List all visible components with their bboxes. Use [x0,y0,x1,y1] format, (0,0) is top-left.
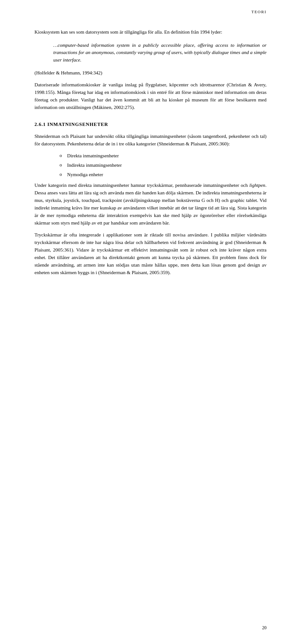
page-number: 20 [262,625,267,631]
bullet-list: Direkta inmatningsenheter Indirekta inma… [60,152,267,178]
paragraph-2: Datoriserade informationskiosker är vanl… [34,81,267,111]
list-item: Nymodiga enheter [60,171,267,178]
paragraph-4-italic: lightpen [249,182,265,188]
citation-1: (Holfelder & Hehmann, 1994:342) [34,69,267,77]
list-item: Indirekta inmatningsenheter [60,161,267,169]
paragraph-4-text-after: . Dessa anses vara lätta att lära sig oc… [34,182,267,225]
paragraph-4: Under kategorin med direkta inmatningsen… [34,181,267,227]
paragraph-4-text-before: Under kategorin med direkta inmatningsen… [34,182,249,188]
page: TEORI Kiosksystem kan ses som datorsyste… [0,0,301,644]
main-content: Kiosksystem kan ses som datorsystem som … [34,28,267,276]
paragraph-1: Kiosksystem kan ses som datorsystem som … [34,28,267,36]
blockquote-text: …computer-based information system in a … [53,42,267,62]
paragraph-3: Shneiderman och Plaisant har undersökt o… [34,133,267,148]
paragraph-5: Tryckskärmar är ofta integrerade i appli… [34,231,267,276]
section-heading-261: 2.6.1 INMATNINGSENHETER [34,121,267,128]
list-item: Direkta inmatningsenheter [60,152,267,160]
chapter-header: TEORI [251,9,267,15]
blockquote: …computer-based information system in a … [53,41,267,63]
